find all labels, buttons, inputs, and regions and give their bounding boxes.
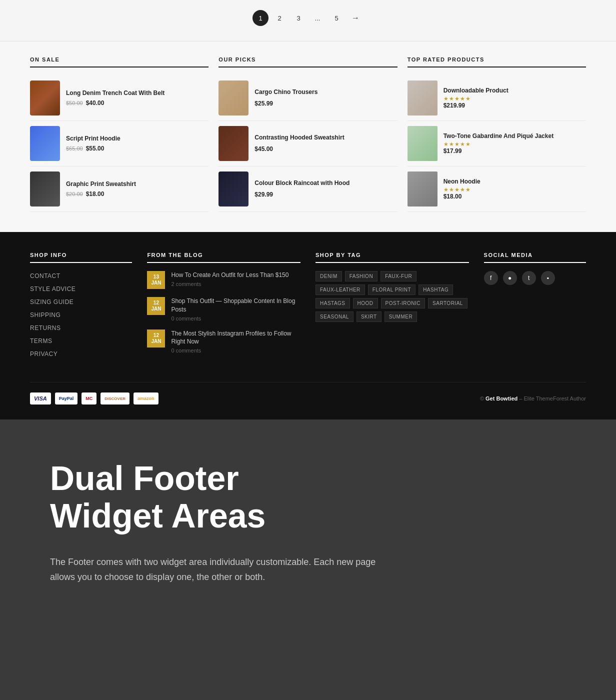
blog-day: 12 bbox=[154, 332, 159, 338]
blog-month: JAN bbox=[151, 338, 161, 344]
style-advice-link[interactable]: STYLE ADVICE bbox=[30, 286, 76, 292]
star-rating: ★★★★★ bbox=[444, 141, 586, 148]
tag-faux-fur[interactable]: FAUX-FUR bbox=[380, 271, 416, 282]
blog-date-badge: 13 JAN bbox=[147, 271, 165, 289]
pagination: 1 2 3 ... 5 → bbox=[252, 10, 364, 26]
our-picks-column: OUR PICKS Cargo Chino Trousers $25.99 Co… bbox=[218, 56, 397, 212]
product-name: Neon Hoodie bbox=[444, 178, 586, 185]
social-icons: f ● t ▪ bbox=[484, 271, 586, 285]
price: $45.00 bbox=[254, 146, 273, 152]
price-group: $20.00 $18.00 bbox=[66, 190, 208, 198]
shop-by-tag-title: SHOP BY TAG bbox=[316, 252, 469, 263]
price-old: $20.00 bbox=[66, 191, 83, 197]
product-name: Cargo Chino Trousers bbox=[254, 88, 397, 96]
price-group: $65.00 $55.00 bbox=[66, 145, 208, 152]
payment-section: VISA PayPal MC DISCOVER amazon © Get Bow… bbox=[30, 382, 586, 404]
product-thumbnail bbox=[30, 126, 60, 161]
tag-skirt[interactable]: SKIRT bbox=[356, 312, 382, 322]
page-1[interactable]: 1 bbox=[252, 10, 268, 26]
price-group: $50.00 $40.00 bbox=[66, 100, 208, 106]
product-name: Two-Tone Gabardine And Piqué Jacket bbox=[444, 132, 586, 140]
discover-icon: DISCOVER bbox=[100, 392, 130, 404]
next-page[interactable]: → bbox=[348, 10, 364, 26]
promo-title: Dual Footer Widget Areas bbox=[50, 460, 300, 534]
product-thumbnail bbox=[218, 172, 248, 206]
terms-link[interactable]: TERMS bbox=[30, 338, 52, 344]
footer-grid: SHOP INFO CONTACT STYLE ADVICE SIZING GU… bbox=[30, 252, 586, 362]
page-2[interactable]: 2 bbox=[272, 10, 288, 26]
star-rating: ★★★★★ bbox=[444, 186, 586, 193]
product-thumbnail bbox=[218, 80, 248, 116]
tag-hood[interactable]: HOOD bbox=[353, 298, 378, 308]
tag-seasonal[interactable]: SEASONAL bbox=[316, 312, 354, 322]
product-thumbnail bbox=[30, 80, 60, 116]
list-item: RETURNS bbox=[30, 323, 132, 332]
price: $18.00 bbox=[444, 193, 586, 200]
product-name: Script Print Hoodie bbox=[66, 135, 208, 143]
list-item: TERMS bbox=[30, 336, 132, 345]
twitter-icon[interactable]: t bbox=[522, 271, 536, 285]
top-rated-list: Downloadable Product ★★★★★ $219.99 Two-T… bbox=[408, 76, 586, 212]
copyright: © Get Bowtied – Elite ThemeForest Author bbox=[480, 396, 586, 402]
products-grid: ON SALE Long Denim Trench Coat With Belt… bbox=[30, 56, 586, 212]
tag-post-ironic[interactable]: POST-IRONIC bbox=[381, 298, 426, 308]
tag-hashtag[interactable]: HASHTAG bbox=[418, 284, 453, 295]
blog-day: 13 bbox=[154, 274, 159, 280]
list-item: CONTACT bbox=[30, 271, 132, 280]
price: $219.99 bbox=[444, 102, 586, 109]
product-name: Contrasting Hooded Sweatshirt bbox=[254, 134, 397, 142]
tag-summer[interactable]: SUMMER bbox=[384, 312, 417, 322]
tag-floral-print[interactable]: FLORAL PRINT bbox=[368, 284, 416, 295]
mastercard-icon: MC bbox=[82, 392, 96, 404]
get-bowtied-link[interactable]: Get Bowtied bbox=[486, 396, 518, 402]
price: $29.99 bbox=[254, 191, 273, 198]
shop-info-links: CONTACT STYLE ADVICE SIZING GUIDE SHIPPI… bbox=[30, 271, 132, 358]
list-item: Downloadable Product ★★★★★ $219.99 bbox=[408, 76, 586, 121]
product-info: Downloadable Product ★★★★★ $219.99 bbox=[444, 87, 586, 109]
list-item: Cargo Chino Trousers $25.99 bbox=[218, 76, 397, 121]
shop-info-column: SHOP INFO CONTACT STYLE ADVICE SIZING GU… bbox=[30, 252, 132, 362]
page-5[interactable]: 5 bbox=[328, 10, 344, 26]
price-old: $65.00 bbox=[66, 146, 83, 152]
top-rated-title: TOP RATED PRODUCTS bbox=[408, 56, 586, 68]
shipping-link[interactable]: SHIPPING bbox=[30, 312, 60, 318]
product-info: Contrasting Hooded Sweatshirt $45.00 bbox=[254, 134, 397, 153]
price: $25.99 bbox=[254, 100, 273, 107]
social-media-column: SOCIAL MEDIA f ● t ▪ bbox=[484, 252, 586, 362]
sizing-guide-link[interactable]: SIZING GUIDE bbox=[30, 298, 74, 306]
blog-post-title: How To Create An Outfit for Less Than $1… bbox=[171, 271, 288, 280]
list-item: Colour Block Raincoat with Hood $29.99 bbox=[218, 166, 397, 212]
product-info: Cargo Chino Trousers $25.99 bbox=[254, 88, 397, 108]
from-blog-title: FROM THE BLOG bbox=[147, 252, 300, 263]
instagram-icon[interactable]: ▪ bbox=[541, 271, 555, 285]
social-media-title: SOCIAL MEDIA bbox=[484, 252, 586, 263]
facebook-icon[interactable]: f bbox=[484, 271, 498, 285]
price-new: $40.00 bbox=[86, 100, 104, 106]
product-thumbnail bbox=[408, 172, 438, 206]
contact-link[interactable]: CONTACT bbox=[30, 272, 60, 280]
tag-hastags[interactable]: HASTAGS bbox=[316, 298, 350, 308]
blog-post: 13 JAN How To Create An Outfit for Less … bbox=[147, 271, 300, 289]
on-sale-column: ON SALE Long Denim Trench Coat With Belt… bbox=[30, 56, 208, 212]
shop-by-tag-column: SHOP BY TAG DENIM FASHION FAUX-FUR FAUX-… bbox=[316, 252, 469, 362]
product-thumbnail bbox=[408, 126, 438, 161]
privacy-link[interactable]: PRIVACY bbox=[30, 350, 58, 358]
blog-post-comments: 0 comments bbox=[171, 348, 300, 354]
tag-fashion[interactable]: FASHION bbox=[345, 271, 378, 282]
discord-icon[interactable]: ● bbox=[503, 271, 517, 285]
pagination-area: 1 2 3 ... 5 → bbox=[0, 0, 616, 42]
list-item: Neon Hoodie ★★★★★ $18.00 bbox=[408, 166, 586, 212]
tag-faux-leather[interactable]: FAUX-LEATHER bbox=[316, 284, 365, 295]
tag-denim[interactable]: DENIM bbox=[316, 271, 342, 282]
list-item: Graphic Print Sweatshirt $20.00 $18.00 bbox=[30, 166, 208, 212]
blog-day: 12 bbox=[154, 300, 159, 306]
our-picks-title: OUR PICKS bbox=[218, 56, 397, 68]
blog-post: 12 JAN Shop This Outfit — Shoppable Cont… bbox=[147, 297, 300, 322]
page-3[interactable]: 3 bbox=[290, 10, 306, 26]
blog-post-comments: 0 comments bbox=[171, 316, 300, 322]
list-item: PRIVACY bbox=[30, 349, 132, 358]
product-info: Graphic Print Sweatshirt $20.00 $18.00 bbox=[66, 180, 208, 198]
tag-sartorial[interactable]: SARTORIAL bbox=[428, 298, 468, 308]
blog-post-title: The Most Stylish Instagram Profiles to F… bbox=[171, 330, 300, 346]
returns-link[interactable]: RETURNS bbox=[30, 324, 61, 332]
